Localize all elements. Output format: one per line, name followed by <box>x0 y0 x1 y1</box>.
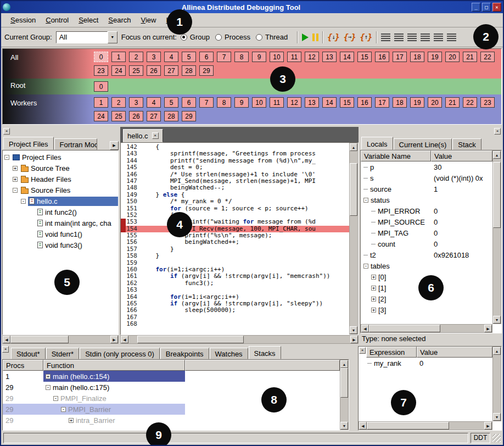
expand-icon[interactable]: + <box>13 166 18 171</box>
breakpoint-gutter[interactable] <box>121 273 126 280</box>
process-box-2[interactable]: 2 <box>111 97 126 108</box>
process-box-21[interactable]: 21 <box>445 97 460 108</box>
radio-thread[interactable]: Thread <box>256 33 288 41</box>
collapse-icon[interactable]: - <box>46 385 51 390</box>
close-panel-icon[interactable]: × <box>359 347 366 354</box>
scroll-up-icon[interactable]: ▲ <box>493 151 501 159</box>
scroll-right-icon[interactable]: ▶ <box>110 336 118 343</box>
process-box-15[interactable]: 15 <box>340 97 354 108</box>
group-row-root[interactable]: Root 0 <box>3 79 501 94</box>
horizontal-scrollbar[interactable]: ◀ ▶ <box>2 335 119 344</box>
process-box-6[interactable]: 6 <box>182 97 196 108</box>
process-box-8[interactable]: 8 <box>234 52 249 62</box>
process-box-18[interactable]: 18 <box>393 97 407 108</box>
process-box-20[interactable]: 20 <box>445 52 460 62</box>
horizontal-scrollbar[interactable]: ◀ ▶ <box>120 335 359 344</box>
breakpoint-gutter[interactable] <box>121 158 126 164</box>
close-button[interactable]: ✕ <box>492 3 501 12</box>
process-box-24[interactable]: 24 <box>94 111 108 121</box>
variable-row[interactable]: MPI_ERROR0 <box>361 205 492 216</box>
menu-view[interactable]: View <box>136 14 161 26</box>
process-box-13[interactable]: 13 <box>305 97 319 108</box>
process-box-9[interactable]: 9 <box>252 52 266 62</box>
stack-row[interactable]: 29-main (hello.c:175) <box>3 382 340 393</box>
variable-row[interactable]: s(void (*)(int)) 0x <box>361 172 492 183</box>
process-box-27[interactable]: 27 <box>164 65 178 76</box>
vertical-scrollbar[interactable]: ▲ ▼ <box>492 347 501 421</box>
tree-item[interactable]: void func3() <box>3 239 118 250</box>
process-box-28[interactable]: 28 <box>164 111 178 121</box>
group-row-workers[interactable]: Workers 12345678910111213141516171819202… <box>3 94 501 124</box>
process-box-18[interactable]: 18 <box>410 52 424 62</box>
breakpoint-gutter[interactable] <box>121 294 126 300</box>
breakpoint-gutter[interactable] <box>121 212 126 219</box>
scroll-left-icon[interactable]: ◀ <box>361 325 369 332</box>
scroll-left-icon[interactable]: ◀ <box>3 336 10 343</box>
menu-search[interactable]: Search <box>103 14 136 26</box>
collapse-icon[interactable]: - <box>363 198 368 203</box>
breakpoint-gutter[interactable] <box>121 178 126 185</box>
breakpoint-gutter[interactable] <box>121 260 126 266</box>
breakpoint-gutter[interactable] <box>121 321 126 327</box>
variable-row[interactable]: MPI_SOURCE0 <box>361 216 492 227</box>
process-box-4[interactable]: 4 <box>147 97 161 108</box>
title-bar[interactable]: Allinea Distributed Debugging Tool _ □ ✕ <box>1 1 503 13</box>
tab-breakpoints[interactable]: Breakpoints <box>160 348 209 359</box>
process-box-24[interactable]: 24 <box>111 65 126 76</box>
process-box-1[interactable]: 1 <box>111 52 126 62</box>
breakpoint-gutter[interactable] <box>121 239 126 246</box>
horizontal-scrollbar[interactable]: ◀ ▶ <box>361 324 492 333</box>
expand-icon[interactable]: + <box>69 418 74 423</box>
process-box-14[interactable]: 14 <box>340 52 354 62</box>
process-box-0[interactable]: 0 <box>94 81 108 92</box>
horizontal-scrollbar[interactable]: ◀ ▶ <box>359 421 492 430</box>
expand-icon[interactable]: + <box>371 297 376 302</box>
pause-icon[interactable] <box>312 34 318 41</box>
menu-control[interactable]: Control <box>41 14 74 26</box>
process-box-19[interactable]: 19 <box>428 52 442 62</box>
process-box-0[interactable]: 0 <box>94 52 108 62</box>
breakpoint-gutter[interactable] <box>121 150 126 157</box>
current-group-value[interactable]: All <box>56 31 108 43</box>
step-over-icon[interactable]: {→} <box>344 32 356 42</box>
column-function[interactable]: Function <box>43 360 185 371</box>
breakpoint-gutter[interactable] <box>121 307 126 314</box>
variable-row[interactable]: MPI_TAG0 <box>361 227 492 238</box>
process-box-19[interactable]: 19 <box>410 97 424 108</box>
column-variable-name[interactable]: Variable Name <box>361 150 431 161</box>
tree-item[interactable]: -Project Files <box>3 152 118 163</box>
process-box-3[interactable]: 3 <box>129 97 143 108</box>
stack-view-icon[interactable] <box>407 34 417 41</box>
process-box-16[interactable]: 16 <box>375 52 389 62</box>
stack-row[interactable]: 29+intra_Barrier <box>3 415 340 426</box>
tree-item[interactable]: +Header Files <box>3 174 118 185</box>
variable-row[interactable]: -status <box>361 194 492 205</box>
tree-item[interactable]: +Source Tree <box>3 163 118 174</box>
tab-stderr[interactable]: Stderr* <box>46 348 79 359</box>
process-box-2[interactable]: 2 <box>129 52 143 62</box>
play-icon[interactable] <box>302 34 309 41</box>
close-panel-icon[interactable]: × <box>494 128 501 135</box>
breakpoint-gutter[interactable] <box>121 246 126 253</box>
resize-grip[interactable] <box>492 434 501 442</box>
breakpoint-gutter[interactable] <box>121 219 126 225</box>
process-box-26[interactable]: 26 <box>147 65 161 76</box>
tab-stack[interactable]: Stack <box>452 138 481 150</box>
close-panel-icon[interactable]: × <box>2 346 9 353</box>
menu-select[interactable]: Select <box>74 14 103 26</box>
process-box-3[interactable]: 3 <box>147 52 161 62</box>
process-box-29[interactable]: 29 <box>182 111 196 121</box>
stack-view-icon[interactable] <box>434 34 443 41</box>
breakpoint-gutter[interactable] <box>121 232 126 239</box>
variable-row[interactable]: t20x9261018 <box>361 249 492 260</box>
menu-session[interactable]: Session <box>5 14 41 26</box>
expand-icon[interactable]: + <box>371 275 376 280</box>
collapse-icon[interactable]: - <box>4 155 9 160</box>
process-box-17[interactable]: 17 <box>393 52 407 62</box>
process-box-8[interactable]: 8 <box>217 97 231 108</box>
process-box-22[interactable]: 22 <box>463 97 477 108</box>
code-lines[interactable]: 142 {143 sprintf(message, "Greetings fro… <box>121 143 349 335</box>
collapse-icon[interactable]: - <box>61 407 66 412</box>
expand-icon[interactable]: + <box>13 177 18 182</box>
scroll-right-icon[interactable]: ▶ <box>350 336 358 343</box>
